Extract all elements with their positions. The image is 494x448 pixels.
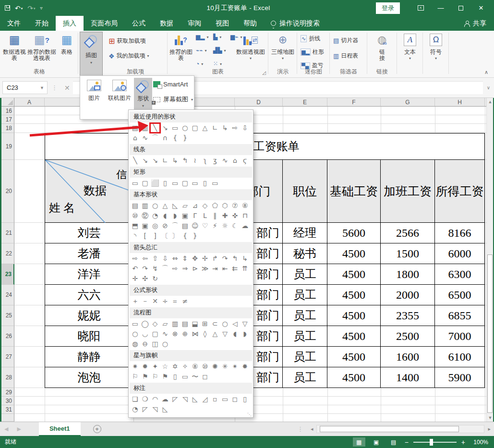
shape-item[interactable]: ✧ — [180, 362, 190, 371]
shape-item[interactable]: ▭ — [170, 123, 180, 133]
shape-item[interactable]: L — [200, 211, 210, 220]
shape-item[interactable]: ⚡ — [210, 221, 220, 230]
shape-item[interactable]: ⌂ — [130, 133, 140, 143]
col-header-G[interactable]: G — [381, 98, 435, 106]
col-header-H[interactable]: H — [435, 98, 485, 106]
tab-文件[interactable]: 文件 — [0, 16, 28, 31]
shape-item[interactable]: ▣ — [140, 221, 150, 230]
normal-view-icon[interactable]: ▦ — [353, 437, 365, 447]
cell-F22[interactable]: 4500 — [327, 243, 381, 264]
cell-G24[interactable]: 2000 — [381, 285, 435, 305]
symbols-button[interactable]: Ω 符号 ▾ — [427, 32, 445, 61]
undo-icon[interactable]: ↶▾ — [15, 5, 23, 12]
cell-F20[interactable]: 基础工资 — [327, 160, 381, 223]
shape-item[interactable]: ◻ — [230, 395, 240, 404]
shape-item[interactable]: ✥ — [190, 254, 200, 263]
shape-item[interactable]: ⇥ — [210, 264, 220, 273]
insert-scatter-chart-button[interactable]: ⁙▾ — [213, 61, 222, 67]
minimize-icon[interactable]: — — [431, 2, 451, 14]
shape-item[interactable]: ↯ — [150, 264, 160, 273]
shape-item[interactable]: ▥ — [140, 201, 150, 210]
shape-item[interactable]: ∿ — [140, 133, 150, 143]
shape-item[interactable]: ⊘ — [160, 221, 170, 230]
shape-item[interactable]: ✺ — [210, 362, 220, 371]
shape-item[interactable]: ⇕ — [180, 254, 190, 263]
shape-item[interactable]: ▭ — [170, 179, 180, 188]
cell-B21[interactable]: 刘芸 — [45, 223, 133, 243]
horizontal-scrollbar-thumb[interactable] — [320, 426, 459, 432]
shape-item[interactable]: ❍ — [140, 395, 150, 404]
shape-item[interactable]: ✛ — [130, 274, 140, 283]
shape-item[interactable]: ♡ — [200, 221, 210, 230]
shape-item[interactable]: ⬓ — [190, 319, 200, 328]
shape-item[interactable]: ⌂ — [230, 156, 240, 165]
shape-item[interactable]: ▥ — [140, 123, 150, 133]
ribbon-display-options-icon[interactable]: ˄ — [410, 2, 431, 14]
shape-item[interactable]: ⑫ — [140, 211, 150, 220]
formula-bar-splitter[interactable]: ⋮ — [51, 84, 58, 91]
cell-B27[interactable]: 静静 — [45, 347, 133, 367]
col-header-E[interactable]: E — [283, 98, 327, 106]
row-header-31[interactable]: 31 — [0, 405, 14, 414]
shape-item[interactable]: ⋈ — [190, 329, 200, 339]
cell-G23[interactable]: 1800 — [381, 264, 435, 285]
tab-帮助[interactable]: 帮助 — [236, 16, 264, 31]
shape-item[interactable]: ↘ — [160, 123, 170, 133]
scroll-up-icon[interactable]: ▲ — [487, 98, 494, 106]
shape-item[interactable]: ∟ — [160, 156, 170, 165]
shape-item[interactable]: ⚐ — [130, 372, 140, 381]
shape-item[interactable]: ∿ — [220, 156, 230, 165]
shape-item[interactable]: ◔ — [150, 211, 160, 220]
shape-item[interactable]: ◇ — [150, 319, 160, 328]
shape-item[interactable]: ◸ — [170, 395, 180, 404]
shape-item[interactable]: ◺ — [170, 201, 180, 210]
cell-E26[interactable]: 员工 — [283, 326, 327, 347]
shape-item[interactable]: ✸ — [240, 362, 250, 371]
shape-item[interactable]: ◇ — [200, 201, 210, 210]
shape-item[interactable]: ✦ — [150, 362, 160, 371]
shape-item[interactable]: ⊖ — [140, 339, 150, 349]
shape-item[interactable]: ⇩ — [160, 254, 170, 263]
shape-item[interactable]: － — [140, 297, 150, 306]
shape-item[interactable]: ⊓ — [240, 211, 250, 220]
shape-item[interactable]: ⌒ — [150, 133, 160, 143]
shape-item[interactable]: ✳ — [220, 362, 230, 371]
cell-G21[interactable]: 2566 — [381, 223, 435, 243]
sparkline-column-button[interactable]: ▆▂柱形 — [301, 48, 324, 56]
zoom-level[interactable]: 100% — [470, 439, 488, 446]
shape-item[interactable]: ▭ — [130, 319, 140, 328]
pictures-menu-item[interactable]: 图片 — [84, 78, 104, 118]
shape-item[interactable]: ∟ — [210, 123, 220, 133]
cell-B25[interactable]: 妮妮 — [45, 305, 133, 326]
shape-item[interactable]: ⊂ — [210, 319, 220, 328]
shape-item[interactable]: ⇇ — [230, 264, 240, 273]
shape-item[interactable]: ▥ — [170, 319, 180, 328]
shape-item[interactable]: ⊞ — [200, 319, 210, 328]
shape-item[interactable]: 〕 — [170, 231, 180, 241]
row-header-21[interactable]: 21 — [0, 223, 14, 243]
customize-qat-icon[interactable]: ▿ — [40, 6, 43, 11]
shape-item[interactable]: ⑦ — [230, 201, 240, 210]
shape-item[interactable]: 〜 — [190, 372, 200, 381]
shape-item-highlighted[interactable]: ╲ — [150, 123, 160, 133]
row-header-24[interactable]: 24 — [0, 285, 14, 305]
tab-审阅[interactable]: 审阅 — [181, 16, 208, 31]
shape-item[interactable]: ☾ — [230, 221, 240, 230]
zoom-in-icon[interactable]: + — [461, 438, 465, 446]
shape-item[interactable]: } — [190, 231, 200, 241]
shape-item[interactable]: ↳ — [170, 156, 180, 165]
shape-item[interactable]: { — [170, 133, 180, 143]
tab-页面布局[interactable]: 页面布局 — [84, 16, 125, 31]
shape-item[interactable]: ✹ — [140, 362, 150, 371]
row-header-20[interactable]: 20 — [0, 160, 14, 223]
shape-item[interactable]: ▭ — [190, 179, 200, 188]
shape-item[interactable]: ○ — [130, 329, 140, 339]
shape-item[interactable]: ≀ — [190, 156, 200, 165]
insert-line-chart-button[interactable]: ⌁⌁▾ — [196, 47, 206, 54]
table-button[interactable]: ▦ 表格 — [58, 32, 76, 55]
tab-scroll-splitter[interactable]: ⋮ — [297, 425, 303, 433]
cell-F23[interactable]: 4500 — [327, 264, 381, 285]
row-header-25[interactable]: 25 — [0, 305, 14, 326]
shape-item[interactable]: ⇨ — [170, 264, 180, 273]
shape-item[interactable]: △ — [210, 329, 220, 339]
